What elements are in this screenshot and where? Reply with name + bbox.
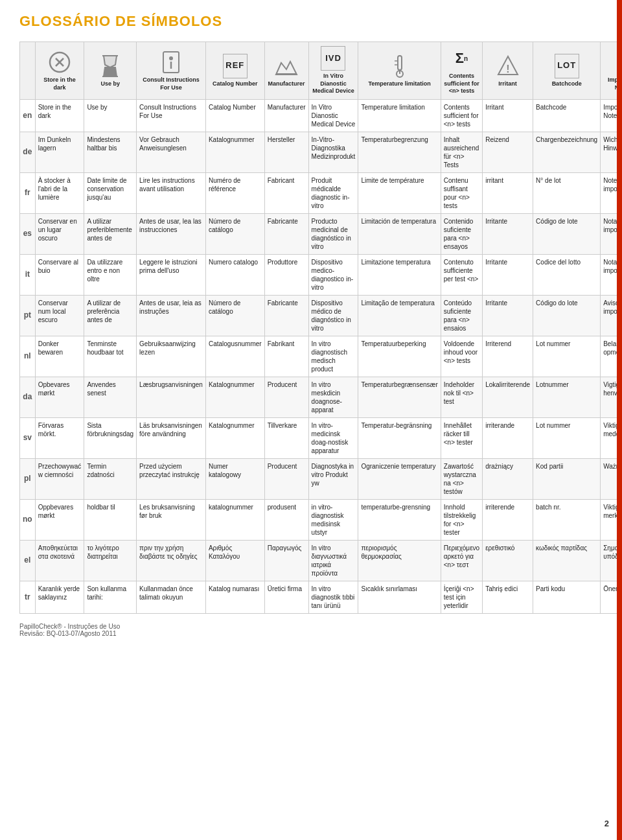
cell-contents: Voldoende inhoud voor <n> tests xyxy=(441,336,482,377)
cell-temperature: Ograniczenie temperatury xyxy=(358,459,441,500)
cell-contents: Contenuto sufficiente per test <n> xyxy=(441,255,482,296)
catalog-header-label: Catalog Number xyxy=(208,80,262,88)
cell-ivd: Producto medicinal de diagnóstico in vit… xyxy=(308,214,358,255)
ivd-icon-header: IVD In Vitro Dianostic Medical Device xyxy=(308,42,358,100)
cell-lang: pl xyxy=(20,459,36,500)
cell-irritant: Irritante xyxy=(483,255,533,296)
cell-batchcode: Chargenbezeichnung xyxy=(533,132,601,173)
svg-rect-11 xyxy=(276,73,297,75)
cell-consult_instructions: Przed użyciem przeczytać instrukcję xyxy=(137,459,206,500)
cell-ivd: Diagnostyka in vitro Produkt yw xyxy=(308,459,358,500)
table-row: plPrzechowywać w ciemnościTermin zdatnoś… xyxy=(20,459,623,500)
svg-text:!: ! xyxy=(506,64,509,75)
cell-use_by: Use by xyxy=(84,100,137,132)
cell-manufacturer: Producent xyxy=(264,459,308,500)
cell-consult_instructions: Leggere le istruzioni prima dell'uso xyxy=(137,255,206,296)
manufacturer-icon-header: Manufacturer xyxy=(264,42,308,100)
cell-consult_instructions: Antes de usar, lea las instrucciones xyxy=(137,214,206,255)
table-row: esConservar en un lugar oscuroA utilizar… xyxy=(20,214,623,255)
cell-catalog_number: Katalognummer xyxy=(205,418,264,459)
table-row: deIm Dunkeln lagernMindestens haltbar bi… xyxy=(20,132,623,173)
cell-store_dark: Förvaras mörkt. xyxy=(35,418,84,459)
cell-irritant: Reizend xyxy=(483,132,533,173)
cell-use_by: A utilizar de preferência antes de xyxy=(84,296,137,336)
ivd-header-label: In Vitro Dianostic Medical Device xyxy=(311,73,356,95)
consult-icon-header: Consult Instructions For Use xyxy=(137,42,206,100)
batchcode-icon-header: LOT Batchcode xyxy=(533,42,601,100)
cell-manufacturer: Hersteller xyxy=(264,132,308,173)
cell-batchcode: Código do lote xyxy=(533,296,601,336)
contents-icon-header: Σn Contents sufficient for <n> tests xyxy=(441,42,482,100)
cell-use_by: Son kullanma tarihi: xyxy=(84,581,137,614)
cell-manufacturer: Tillverkare xyxy=(264,418,308,459)
cell-irritant: Lokalirriterende xyxy=(483,377,533,418)
cell-lang: sv xyxy=(20,418,36,459)
cell-batchcode: Código de lote xyxy=(533,214,601,255)
cell-store_dark: Store in the dark xyxy=(35,100,84,132)
cell-lang: no xyxy=(20,500,36,541)
store-dark-icon-header: Store in the dark xyxy=(35,42,84,100)
cell-contents: Περιεχόμενο αρκετό για <n> τεστ xyxy=(441,541,482,581)
cell-ivd: In vitro diagnostisch medisch product xyxy=(308,336,358,377)
cell-store_dark: Karanlık yerde saklayınız xyxy=(35,581,84,614)
cell-lang: es xyxy=(20,214,36,255)
table-row: noOppbevares mørktholdbar tilLes bruksan… xyxy=(20,500,623,541)
cell-catalog_number: Katalog numarası xyxy=(205,581,264,614)
irritant-icon-header: ! Irritant xyxy=(483,42,533,100)
cell-irritant: irriterende xyxy=(483,500,533,541)
cell-batchcode: Parti kodu xyxy=(533,581,601,614)
cell-lang: nl xyxy=(20,336,36,377)
cell-irritant: drażniący xyxy=(483,459,533,500)
temperature-header-label: Temperature limitation xyxy=(360,80,438,88)
cell-consult_instructions: Læsbrugsanvisningen xyxy=(137,377,206,418)
cell-use_by: Mindestens haltbar bis xyxy=(84,132,137,173)
irritant-header-label: Irritant xyxy=(485,80,531,88)
cell-catalog_number: Catalog Number xyxy=(205,100,264,132)
cell-use_by: holdbar til xyxy=(84,500,137,541)
catalog-icon-header: REF Catalog Number xyxy=(205,42,264,100)
cell-use_by: Tenminste houdbaar tot xyxy=(84,336,137,377)
cell-ivd: In vitro diagnostik tıbbi tanı ürünü xyxy=(308,581,358,614)
cell-lang: da xyxy=(20,377,36,418)
cell-catalog_number: Numéro de référence xyxy=(205,173,264,214)
use-by-icon-header: Use by xyxy=(84,42,137,100)
cell-store_dark: Donker bewaren xyxy=(35,336,84,377)
cell-temperature: Temperature limitation xyxy=(358,100,441,132)
cell-temperature: Sıcaklık sınırlaması xyxy=(358,581,441,614)
cell-ivd: In vitro meskdicin doagnose-apparat xyxy=(308,377,358,418)
cell-ivd: Dispositivo médico de diagnóstico in vit… xyxy=(308,296,358,336)
cell-store_dark: Αποθηκεύεται στα σκοτεινά xyxy=(35,541,84,581)
cell-temperature: Limitación de temperatura xyxy=(358,214,441,255)
footer: PapilloCheck® - Instruções de Uso Revisã… xyxy=(19,623,603,637)
cell-batchcode: Kod partii xyxy=(533,459,601,500)
cell-lang: pt xyxy=(20,296,36,336)
cell-batchcode: Batchcode xyxy=(533,100,601,132)
cell-temperature: Limite de température xyxy=(358,173,441,214)
cell-contents: İçeriği <n> test için yeterlidir xyxy=(441,581,482,614)
cell-contents: Innhold tilstrekkelig for <n> tester xyxy=(441,500,482,541)
cell-consult_instructions: Les bruksanvisning før bruk xyxy=(137,500,206,541)
temperature-icon-header: Temperature limitation xyxy=(358,42,441,100)
cell-temperature: temperaturbe-grensning xyxy=(358,500,441,541)
cell-contents: Contenido suficiente para <n> ensayos xyxy=(441,214,482,255)
table-row: enStore in the darkUse byConsult Instruc… xyxy=(20,100,623,132)
table-row: elΑποθηκεύεται στα σκοτεινάτο λιγότερο δ… xyxy=(20,541,623,581)
cell-manufacturer: Üretici firma xyxy=(264,581,308,614)
cell-ivd: In vitro-medicinsk doag-nostisk apparatu… xyxy=(308,418,358,459)
consult-header-label: Consult Instructions For Use xyxy=(139,76,203,91)
cell-lang: el xyxy=(20,541,36,581)
cell-catalog_number: katalognummer xyxy=(205,500,264,541)
cell-ivd: In vitro διαγνωστικά ιατρικά προϊόντα xyxy=(308,541,358,581)
cell-contents: Zawartość wystarczna na <n> testów xyxy=(441,459,482,500)
cell-batchcode: Codice del lotto xyxy=(533,255,601,296)
lang-header xyxy=(20,42,36,100)
cell-batchcode: Lotnummer xyxy=(533,377,601,418)
cell-temperature: Temperaturbegrænsensær xyxy=(358,377,441,418)
cell-manufacturer: Fabricante xyxy=(264,214,308,255)
cell-batchcode: Lot nummer xyxy=(533,418,601,459)
cell-irritant: Irritante xyxy=(483,214,533,255)
table-row: frÀ stocker à l'abri de la lumièreDate l… xyxy=(20,173,623,214)
cell-temperature: Temperaturbegrenzung xyxy=(358,132,441,173)
cell-ivd: In Vitro Dianostic Medical Device xyxy=(308,100,358,132)
cell-temperature: Temperatuurbeperking xyxy=(358,336,441,377)
